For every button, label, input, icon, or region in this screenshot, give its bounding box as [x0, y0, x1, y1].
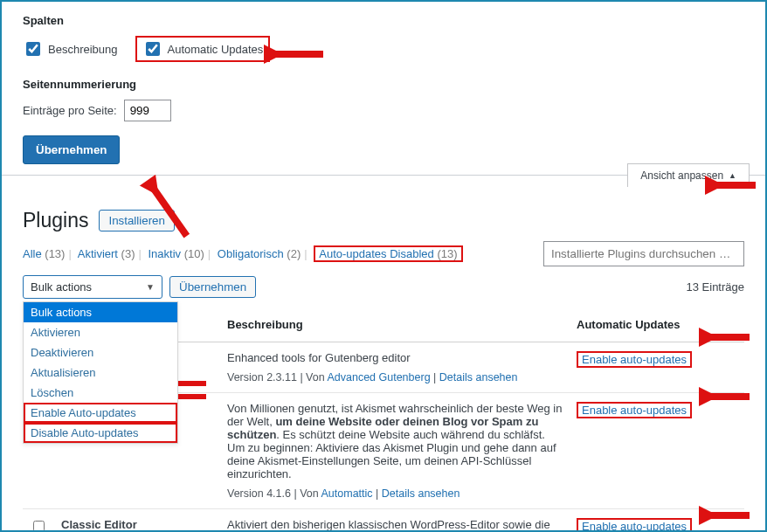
- row-checkbox[interactable]: [33, 521, 45, 532]
- bulk-option-löschen[interactable]: Löschen: [24, 383, 177, 403]
- bulk-actions-select[interactable]: Bulk actions ▼: [23, 275, 162, 299]
- screen-options-toggle-label: Ansicht anpassen: [640, 169, 723, 182]
- col-header-auto-updates[interactable]: Automatic Updates: [570, 307, 744, 342]
- chevron-down-icon: ▼: [146, 282, 155, 292]
- install-plugin-button[interactable]: Installieren: [99, 210, 174, 231]
- plugin-description: Aktiviert den bisherigen klassischen Wor…: [227, 518, 563, 531]
- details-link[interactable]: Details ansehen: [382, 487, 460, 500]
- filter-active[interactable]: Aktiviert (3): [78, 247, 135, 260]
- enable-auto-updates-link[interactable]: Enable auto-updates: [582, 404, 687, 417]
- bulk-actions-selected: Bulk actions: [31, 280, 92, 294]
- per-page-input[interactable]: [124, 100, 171, 121]
- columns-heading: Spalten: [23, 14, 744, 27]
- enable-auto-updates-link[interactable]: Enable auto-updates: [582, 520, 687, 532]
- bulk-option-disable-auto-updates[interactable]: Disable Auto-updates: [24, 423, 177, 443]
- col-checkbox-auto-updates-input[interactable]: [146, 42, 160, 56]
- bulk-option-bulk-actions[interactable]: Bulk actions: [24, 302, 177, 322]
- col-checkbox-beschreibung-input[interactable]: [26, 42, 40, 56]
- bulk-option-deaktivieren[interactable]: Deaktivieren: [24, 342, 177, 363]
- apply-screen-options-button[interactable]: Übernehmen: [23, 135, 120, 164]
- plugin-name: Classic Editor: [61, 518, 137, 531]
- item-count: 13 Einträge: [687, 280, 745, 294]
- filter-auto-updates-disabled[interactable]: Auto-updates Disabled (13): [319, 247, 457, 260]
- chevron-up-icon: ▲: [729, 171, 736, 180]
- col-header-description[interactable]: Beschreibung: [220, 307, 570, 342]
- col-checkbox-beschreibung[interactable]: Beschreibung: [23, 39, 118, 59]
- details-link[interactable]: Details ansehen: [439, 371, 518, 383]
- bulk-option-aktivieren[interactable]: Aktivieren: [24, 322, 177, 342]
- col-checkbox-beschreibung-label: Beschreibung: [48, 43, 118, 56]
- per-page-label: Einträge pro Seite:: [23, 104, 117, 117]
- filter-mustuse[interactable]: Obligatorisch (2): [218, 247, 301, 260]
- author-link[interactable]: Advanced Gutenberg: [327, 371, 430, 383]
- author-link[interactable]: Automattic: [321, 487, 373, 500]
- enable-auto-updates-link[interactable]: Enable auto-updates: [582, 353, 687, 366]
- filter-all[interactable]: Alle (13): [23, 247, 65, 260]
- filter-inactive[interactable]: Inaktiv (10): [149, 247, 204, 260]
- plugin-description: Von Millionen genutzt, ist Akismet wahrs…: [227, 402, 563, 480]
- col-checkbox-auto-updates[interactable]: Automatic Updates: [142, 39, 264, 59]
- search-plugins-input[interactable]: [543, 241, 744, 266]
- pagination-heading: Seitennummerierung: [23, 78, 744, 91]
- col-checkbox-auto-updates-label: Automatic Updates: [168, 43, 264, 56]
- page-title: Plugins: [23, 209, 88, 232]
- plugin-description: Enhanced tools for Gutenberg editor: [227, 351, 563, 364]
- filter-links: Alle (13)| Aktiviert (3)| Inaktiv (10)| …: [23, 245, 463, 262]
- bulk-option-enable-auto-updates[interactable]: Enable Auto-updates: [24, 403, 177, 423]
- table-row: Classic EditorAktiviert den bisherigen k…: [23, 509, 744, 533]
- screen-options-toggle[interactable]: Ansicht anpassen ▲: [627, 163, 750, 187]
- bulk-actions-menu: Bulk actionsAktivierenDeaktivierenAktual…: [23, 301, 178, 444]
- bulk-option-aktualisieren[interactable]: Aktualisieren: [24, 363, 177, 383]
- bulk-apply-button[interactable]: Übernehmen: [169, 276, 256, 298]
